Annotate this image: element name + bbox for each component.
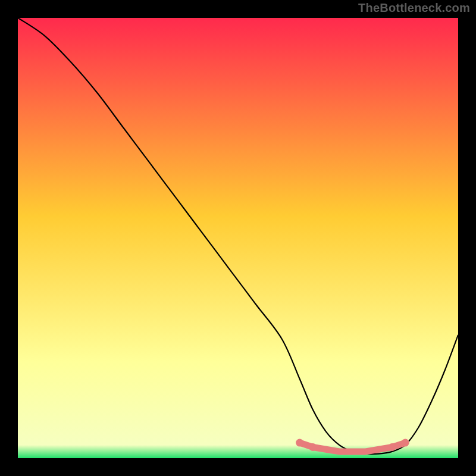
marker-dot [296, 439, 303, 447]
marker-dot [402, 439, 409, 447]
watermark-text: TheBottleneck.com [358, 1, 470, 15]
gradient-background [18, 18, 458, 458]
chart-frame: TheBottleneck.com [0, 0, 476, 476]
plot-svg [18, 18, 458, 458]
marker-dot [309, 443, 317, 451]
plot-area [18, 18, 458, 458]
marker-dot [389, 443, 396, 451]
